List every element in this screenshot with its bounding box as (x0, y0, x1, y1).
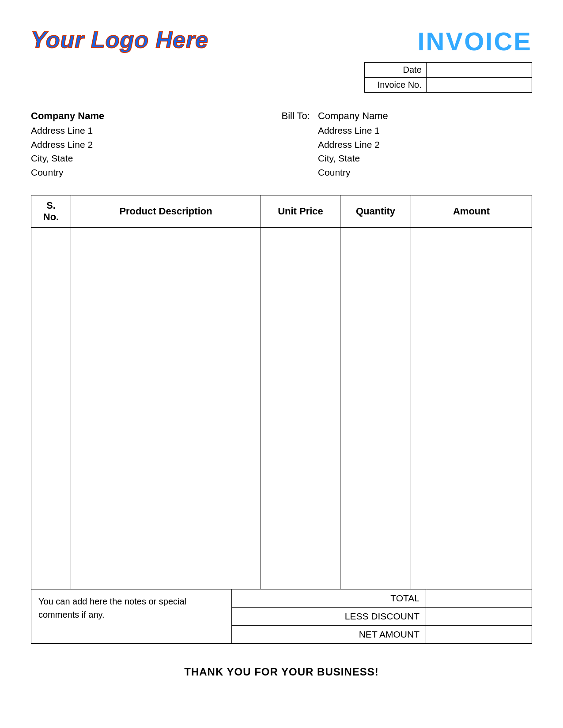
invoice-no-value[interactable] (426, 78, 532, 93)
invoice-meta-table: Date Invoice No. (364, 62, 532, 93)
price-cell[interactable] (261, 228, 340, 589)
invoice-no-row: Invoice No. (365, 78, 532, 93)
table-body (31, 228, 532, 589)
col-sno: S. No. (31, 195, 71, 228)
logo-area: Your Logo Here (31, 26, 208, 53)
col-amount: Amount (411, 195, 532, 228)
net-amount-value[interactable] (426, 626, 532, 643)
table-body-row (31, 228, 532, 589)
from-company: Company Name Address Line 1 Address Line… (31, 110, 282, 179)
from-city-state: City, State (31, 151, 282, 165)
table-header-row: S. No. Product Description Unit Price Qu… (31, 195, 532, 228)
bill-to-section: Bill To: Company Name Address Line 1 Add… (282, 110, 533, 179)
discount-row: LESS DISCOUNT (232, 608, 532, 626)
date-label: Date (365, 63, 427, 78)
from-address-line1: Address Line 1 (31, 124, 282, 138)
invoice-title: INVOICE (418, 26, 533, 56)
amount-cell[interactable] (411, 228, 532, 589)
col-unit-price: Unit Price (261, 195, 340, 228)
discount-label: LESS DISCOUNT (232, 608, 426, 625)
bill-to-label: Bill To: (282, 110, 310, 179)
bill-to-city-state: City, State (318, 151, 388, 165)
net-amount-label: NET AMOUNT (232, 626, 426, 643)
total-label: TOTAL (232, 589, 426, 607)
from-address-line2: Address Line 2 (31, 138, 282, 152)
total-value[interactable] (426, 589, 532, 607)
logo-text: Your Logo Here (31, 26, 208, 53)
sno-cell[interactable] (31, 228, 71, 589)
items-table: S. No. Product Description Unit Price Qu… (31, 195, 532, 589)
bill-to-country: Country (318, 165, 388, 180)
from-company-name: Company Name (31, 110, 282, 122)
notes-area[interactable]: You can add here the notes or special co… (31, 589, 232, 644)
col-description: Product Description (71, 195, 261, 228)
header-section: Your Logo Here INVOICE Date Invoice No. (31, 26, 532, 93)
col-quantity: Quantity (340, 195, 411, 228)
header-right: INVOICE Date Invoice No. (364, 26, 532, 93)
bottom-wrapper: You can add here the notes or special co… (31, 589, 532, 644)
discount-value[interactable] (426, 608, 532, 625)
bill-to-address-line1: Address Line 1 (318, 124, 388, 138)
from-country: Country (31, 165, 282, 180)
total-row: TOTAL (232, 589, 532, 608)
company-section: Company Name Address Line 1 Address Line… (31, 110, 532, 179)
date-value[interactable] (426, 63, 532, 78)
date-row: Date (365, 63, 532, 78)
bill-to-address-line2: Address Line 2 (318, 138, 388, 152)
bill-to-company-name: Company Name (318, 110, 388, 122)
table-header: S. No. Product Description Unit Price Qu… (31, 195, 532, 228)
desc-cell[interactable] (71, 228, 261, 589)
totals-area: TOTAL LESS DISCOUNT NET AMOUNT (232, 589, 532, 644)
qty-cell[interactable] (340, 228, 411, 589)
footer-text: THANK YOU FOR YOUR BUSINESS! (184, 666, 379, 678)
bill-to-company: Company Name Address Line 1 Address Line… (318, 110, 388, 179)
invoice-no-label: Invoice No. (365, 78, 427, 93)
footer: THANK YOU FOR YOUR BUSINESS! (31, 666, 532, 678)
net-amount-row: NET AMOUNT (232, 626, 532, 644)
invoice-page: Your Logo Here INVOICE Date Invoice No. … (0, 0, 563, 728)
